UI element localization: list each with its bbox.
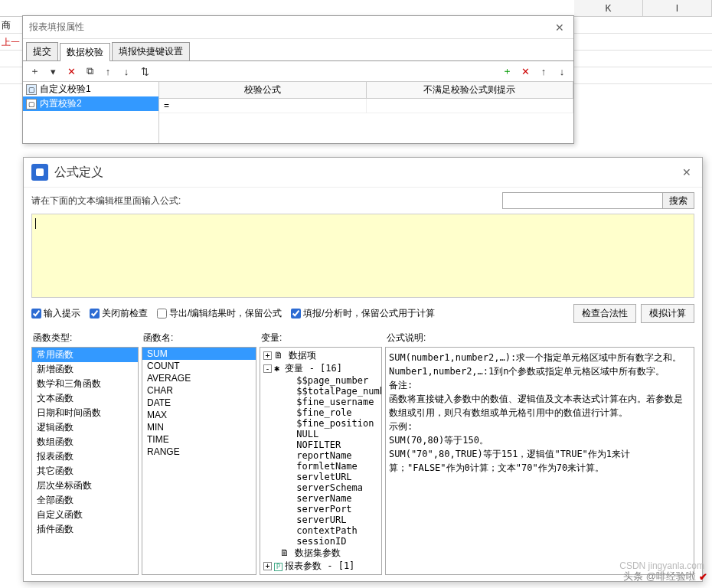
list-item[interactable]: 日期和时间函数 xyxy=(32,406,138,420)
left-toolbar: ＋ ▾ ✕ ⧉ ↑ ↓ ⇅ xyxy=(23,61,159,82)
report-properties-dialog: 报表填报属性 ✕ 提交 数据校验 填报快捷键设置 ＋ ▾ ✕ ⧉ ↑ ↓ ⇅ ▢… xyxy=(22,15,574,144)
tree-node[interactable]: NULL xyxy=(262,429,380,439)
tree-node[interactable]: $fine_position xyxy=(262,418,380,429)
tree-node[interactable]: -✱ 变量 - [16] xyxy=(262,362,380,375)
check-validity-button[interactable]: 检查合法性 xyxy=(573,304,636,323)
copy-icon[interactable]: ⧉ xyxy=(83,64,96,78)
close-icon[interactable]: ✕ xyxy=(552,21,567,34)
dialog-title: 公式定义 xyxy=(54,165,103,181)
validation-tree: ▢自定义校验1 ▢内置校验2 xyxy=(23,82,159,143)
list-item[interactable]: 层次坐标函数 xyxy=(32,479,138,493)
right-toolbar: ＋ ✕ ↑ ↓ xyxy=(159,61,573,82)
watermark: 头条 @啡经验啦✔ xyxy=(623,570,707,583)
tree-node[interactable]: $$totalPage_number xyxy=(262,386,380,397)
tree-node[interactable]: formletName xyxy=(262,461,380,472)
tree-node[interactable]: $fine_role xyxy=(262,407,380,418)
opt-input-hint[interactable]: 输入提示 xyxy=(31,307,80,320)
func-type-label: 函数类型: xyxy=(31,329,139,347)
list-item[interactable]: MAX xyxy=(142,409,256,421)
search-button[interactable]: 搜索 xyxy=(662,192,694,209)
vars-label: 变量: xyxy=(260,329,382,347)
tree-node[interactable]: serverName xyxy=(262,493,380,504)
list-item[interactable]: RANGE xyxy=(142,446,256,458)
item-icon: ▢ xyxy=(26,99,37,109)
close-icon[interactable]: ✕ xyxy=(679,166,694,178)
list-item[interactable]: 文本函数 xyxy=(32,391,138,406)
list-item[interactable]: CHAR xyxy=(142,384,256,397)
up-icon[interactable]: ↑ xyxy=(101,64,115,78)
list-item[interactable]: 数学和三角函数 xyxy=(32,377,138,391)
tree-item[interactable]: ▢内置校验2 xyxy=(23,96,158,111)
list-item[interactable]: 逻辑函数 xyxy=(32,420,138,435)
check-icon: ✔ xyxy=(699,571,707,583)
list-item[interactable]: MIN xyxy=(142,421,256,433)
tree-node[interactable]: serverPort xyxy=(262,504,380,514)
list-item[interactable]: 自定义函数 xyxy=(32,508,138,522)
delete-icon[interactable]: ✕ xyxy=(518,64,532,78)
opt-analyze-keep[interactable]: 填报/分析时，保留公式用于计算 xyxy=(291,307,434,320)
dropdown-icon[interactable]: ▾ xyxy=(46,64,60,78)
column-header: I xyxy=(643,0,712,16)
tree-node[interactable]: sessionID xyxy=(262,536,380,547)
list-item[interactable]: 数组函数 xyxy=(32,435,138,449)
tree-node[interactable]: +P报表参数 - [1] xyxy=(262,560,380,573)
list-item[interactable]: 其它函数 xyxy=(32,464,138,479)
list-item[interactable]: DATE xyxy=(142,397,256,409)
tree-node[interactable]: contextPath xyxy=(262,525,380,536)
grid-row[interactable]: = xyxy=(159,99,573,113)
list-item[interactable]: COUNT xyxy=(142,360,256,372)
formula-description: SUM(number1,number2,…):求一个指定单元格区域中所有数字之和… xyxy=(385,347,694,575)
prompt-text: 请在下面的文本编辑框里面输入公式: xyxy=(31,194,181,207)
grid-cell[interactable] xyxy=(367,99,574,113)
add-icon[interactable]: ＋ xyxy=(28,64,41,78)
titlebar[interactable]: 报表填报属性 ✕ xyxy=(23,16,573,39)
list-item[interactable]: 插件函数 xyxy=(32,522,138,537)
func-name-label: 函数名: xyxy=(142,329,256,347)
item-icon: ▢ xyxy=(26,84,37,95)
tree-node[interactable]: NOFILTER xyxy=(262,439,380,450)
up-icon[interactable]: ↑ xyxy=(537,64,550,78)
column-header: K xyxy=(574,0,643,16)
list-item[interactable]: 新增函数 xyxy=(32,362,138,377)
tree-node[interactable]: servletURL xyxy=(262,472,380,482)
list-item[interactable]: 全部函数 xyxy=(32,493,138,508)
grid-header: 校验公式 xyxy=(159,82,367,98)
down-icon[interactable]: ↓ xyxy=(119,64,133,78)
tree-node[interactable]: $$page_number xyxy=(262,375,380,386)
list-item[interactable]: 常用函数 xyxy=(32,348,138,362)
tree-node[interactable]: +🗎 数据项 xyxy=(262,349,380,362)
tab-submit[interactable]: 提交 xyxy=(26,42,58,60)
formula-editor[interactable] xyxy=(31,214,694,298)
list-item[interactable]: SUM xyxy=(142,348,256,360)
search-input[interactable] xyxy=(502,192,663,209)
simulate-button[interactable]: 模拟计算 xyxy=(641,304,694,323)
list-item[interactable]: TIME xyxy=(142,433,256,446)
sort-icon[interactable]: ⇅ xyxy=(138,64,152,78)
tab-strip: 提交 数据校验 填报快捷键设置 xyxy=(23,39,573,61)
desc-label: 公式说明: xyxy=(385,329,694,347)
tree-node[interactable]: 🗎 数据集参数 xyxy=(262,547,380,560)
down-icon[interactable]: ↓ xyxy=(555,64,569,78)
tree-node[interactable]: $fine_username xyxy=(262,397,380,407)
dialog-title: 报表填报属性 xyxy=(29,21,552,34)
list-item[interactable]: AVERAGE xyxy=(142,372,256,384)
tab-validation[interactable]: 数据校验 xyxy=(60,43,110,61)
variable-tree[interactable]: +🗎 数据项-✱ 变量 - [16] $$page_number $$total… xyxy=(260,347,382,575)
opt-export-keep[interactable]: 导出/编辑结果时，保留公式 xyxy=(157,307,282,320)
func-name-list[interactable]: SUMCOUNTAVERAGECHARDATEMAXMINTIMERANGE xyxy=(142,347,256,575)
tree-node[interactable]: reportName xyxy=(262,450,380,461)
grid-cell[interactable]: = xyxy=(159,99,367,113)
tab-shortcut[interactable]: 填报快捷键设置 xyxy=(112,42,190,60)
formula-dialog: 公式定义 ✕ 请在下面的文本编辑框里面输入公式: 搜索 输入提示 关闭前检查 导… xyxy=(23,157,703,582)
validation-grid: ＋ ✕ ↑ ↓ 校验公式 不满足校验公式则提示 = xyxy=(159,61,573,143)
delete-icon[interactable]: ✕ xyxy=(64,64,78,78)
tree-node[interactable]: serverSchema xyxy=(262,482,380,493)
tree-node[interactable]: serverURL xyxy=(262,514,380,525)
func-type-list[interactable]: 常用函数新增函数数学和三角函数文本函数日期和时间函数逻辑函数数组函数报表函数其它… xyxy=(31,347,139,575)
tree-item[interactable]: ▢自定义校验1 xyxy=(23,82,158,96)
list-item[interactable]: 报表函数 xyxy=(32,449,138,464)
opt-precheck[interactable]: 关闭前检查 xyxy=(90,307,148,320)
add-icon[interactable]: ＋ xyxy=(500,64,514,78)
titlebar[interactable]: 公式定义 ✕ xyxy=(24,158,702,188)
grid-header: 不满足校验公式则提示 xyxy=(367,82,574,98)
